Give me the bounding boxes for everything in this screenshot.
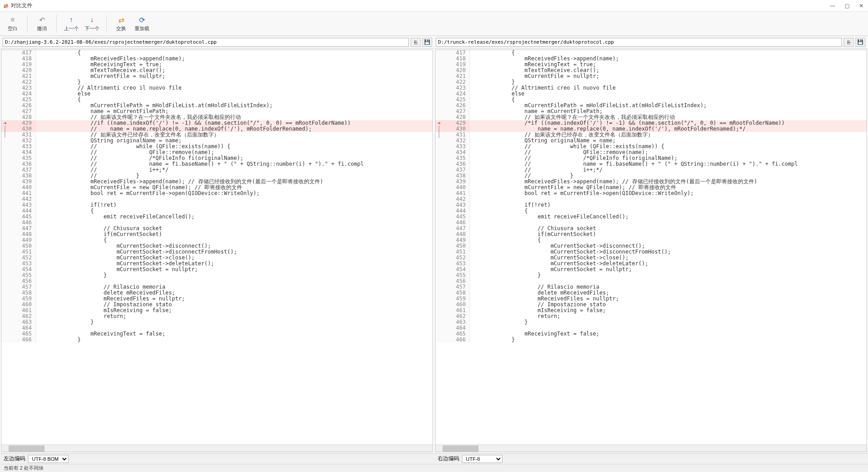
code-line[interactable]: 445 emit receiveFileCancelled(); (435, 214, 867, 220)
code-text: return; (470, 313, 867, 319)
code-text: } (470, 319, 867, 325)
next-diff-button[interactable]: ↓ 下一个 (84, 15, 100, 32)
left-code-scroll[interactable]: 417 {418 mReceivedFiles->append(name);41… (1, 50, 433, 445)
diff-marker (435, 325, 443, 331)
left-encoding-select[interactable]: UTF-8 BOM (28, 455, 68, 463)
code-line[interactable]: 441 bool ret = mCurrentFile->open(QIODev… (1, 191, 433, 196)
swap-label: 交换 (116, 25, 126, 32)
diff-marker (1, 237, 9, 243)
diff-marker: │ (435, 132, 443, 138)
diff-marker (1, 68, 9, 73)
code-line[interactable]: 441 bool ret = mCurrentFile->open(QIODev… (435, 191, 867, 196)
toolbar-separator (27, 15, 27, 33)
code-text: mCurrentFile = nullptr; (470, 73, 867, 79)
code-text: bool ret = mCurrentFile->open(QIODevice:… (36, 191, 433, 196)
close-button[interactable]: ✕ (858, 3, 864, 9)
diff-marker (435, 319, 443, 325)
code-text: else (470, 91, 867, 97)
diff-marker (435, 226, 443, 231)
right-encoding-select[interactable]: UTF-8 (462, 455, 502, 463)
diff-marker (435, 68, 443, 73)
toolbar-separator (56, 15, 57, 33)
right-save-button[interactable]: 💾 (855, 38, 865, 47)
diff-marker (435, 155, 443, 161)
diff-marker (435, 302, 443, 308)
right-hscroll[interactable] (435, 445, 867, 452)
left-copy-button[interactable]: ⎘ (411, 38, 420, 47)
diff-marker (435, 56, 443, 62)
code-line[interactable]: 455 } (435, 272, 867, 278)
code-line[interactable]: 463 } (435, 319, 867, 325)
toolbar-separator (106, 15, 107, 33)
blank-label: 空白 (8, 25, 18, 32)
minimize-button[interactable]: — (829, 3, 836, 9)
diff-marker (1, 85, 9, 91)
swap-button[interactable]: ⇄ 交换 (113, 15, 129, 32)
next-label: 下一个 (85, 25, 99, 32)
diff-marker (1, 249, 9, 255)
undo-icon: ↶ (39, 15, 45, 24)
right-path-input[interactable] (436, 38, 842, 47)
diff-marker (435, 144, 443, 150)
toolbar: ≡ 空白 ↶ 撤消 ↑ 上一个 ↓ 下一个 ⇄ 交换 ⟳ 重加载 (0, 12, 868, 36)
left-code-table: 417 {418 mReceivedFiles->append(name);41… (1, 50, 433, 343)
diff-marker (435, 202, 443, 208)
prev-diff-button[interactable]: ↑ 上一个 (63, 15, 79, 32)
diff-marker (1, 202, 9, 208)
diff-marker (435, 196, 443, 202)
diff-marker (435, 237, 443, 243)
diff-marker (1, 290, 9, 296)
right-editor[interactable]: 417 {418 mReceivedFiles->append(name);41… (435, 50, 867, 452)
code-text: mReceivingText = false; (36, 331, 433, 337)
code-text: emit receiveFileCancelled(); (470, 214, 867, 220)
diff-marker (435, 85, 443, 91)
diff-marker (1, 226, 9, 231)
left-path-input[interactable] (3, 38, 409, 47)
scrollbar-thumb[interactable] (9, 445, 45, 452)
left-encoding-group: 左边编码 UTF-8 BOM (4, 455, 430, 463)
left-editor[interactable]: 417 {418 mReceivedFiles->append(name);41… (1, 50, 433, 452)
code-text: if(!ret) (470, 202, 867, 208)
diff-marker (1, 79, 9, 85)
code-line[interactable]: 466 } (1, 337, 433, 343)
diff-marker (1, 179, 9, 185)
status-text: 当前有 2 处不同块 (4, 465, 44, 472)
diff-marker (435, 331, 443, 337)
window-title: 对比文件 (11, 2, 829, 9)
encoding-row: 左边编码 UTF-8 BOM 右边编码 UTF-8 (0, 453, 868, 464)
undo-button[interactable]: ↶ 撤消 (34, 15, 50, 32)
diff-marker: │ (1, 132, 9, 138)
code-line[interactable]: 455 } (1, 272, 433, 278)
left-path-group: ⎘ 💾 (3, 38, 432, 47)
right-copy-button[interactable]: ⎘ (844, 38, 854, 47)
code-text: // Altrimenti creo il nuovo file (470, 85, 867, 91)
diff-marker (435, 50, 443, 56)
right-code-scroll[interactable]: 417 {418 mReceivedFiles->append(name);41… (435, 50, 867, 445)
diff-marker (435, 179, 443, 185)
diff-marker (435, 73, 443, 79)
code-text: } (36, 337, 433, 343)
left-hscroll[interactable] (1, 445, 433, 452)
diff-marker (1, 284, 9, 290)
window-controls: — ▢ ✕ (829, 3, 864, 9)
diff-marker (435, 272, 443, 278)
diff-marker (1, 325, 9, 331)
diff-marker (1, 167, 9, 173)
code-line[interactable]: 466 } (435, 337, 867, 343)
left-save-button[interactable]: 💾 (422, 38, 432, 47)
diff-marker (435, 284, 443, 290)
blank-button[interactable]: ≡ 空白 (5, 15, 21, 32)
reload-button[interactable]: ⟳ 重加载 (134, 15, 150, 32)
diff-marker (435, 167, 443, 173)
prev-label: 上一个 (64, 25, 79, 32)
diff-marker (435, 62, 443, 68)
code-line[interactable]: 445 emit receiveFileCancelled(); (1, 214, 433, 220)
diff-marker (1, 144, 9, 150)
code-line[interactable]: 463 } (1, 319, 433, 325)
line-number: 466 (9, 337, 36, 343)
left-encoding-label: 左边编码 (4, 455, 25, 463)
maximize-button[interactable]: ▢ (844, 3, 850, 9)
diff-marker (1, 308, 9, 313)
scrollbar-thumb[interactable] (443, 445, 479, 452)
diff-marker (435, 97, 443, 103)
